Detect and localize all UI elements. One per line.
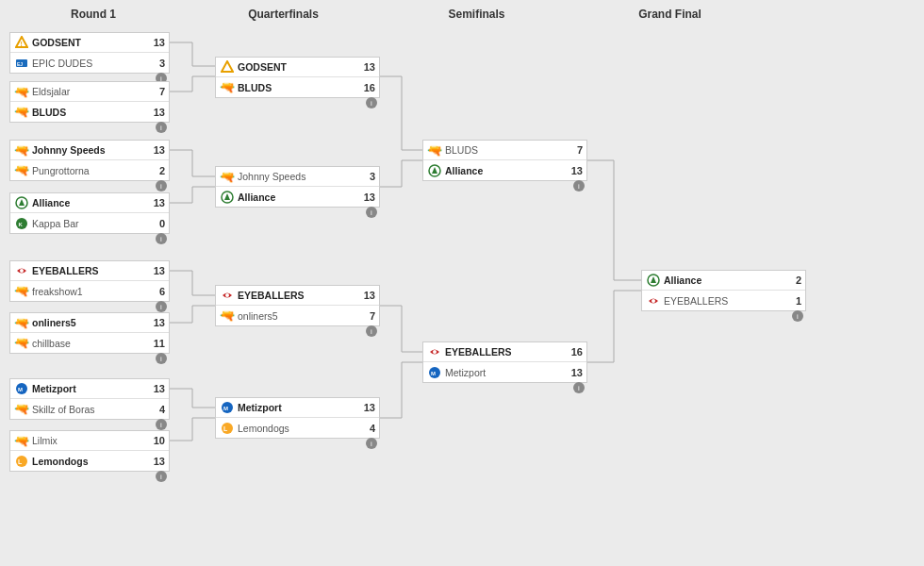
team-name: EYEBALLERS (445, 346, 571, 358)
team-score: 13 (364, 191, 375, 203)
logo-cs4: 🔫 (14, 284, 29, 299)
team-score: 2 (159, 165, 165, 176)
team-name: EYEBALLERS (238, 290, 364, 301)
team-score: 3 (159, 58, 165, 69)
info-icon[interactable]: i (573, 180, 585, 191)
logo-cs9: 🔫 (220, 169, 235, 184)
team-score: 13 (154, 107, 165, 118)
info-icon[interactable]: i (156, 471, 167, 482)
team-score: 13 (154, 383, 165, 394)
logo-lemondogs1: L (14, 454, 29, 469)
info-icon[interactable]: i (156, 301, 167, 312)
r1m4: Alliance 13 K Kappa Bar 0 i (9, 192, 170, 244)
logo-cs7: 🔫 (14, 402, 29, 417)
team-name: Lilmix (32, 435, 154, 446)
svg-marker-5 (19, 199, 25, 206)
gf-header: Grand Final (583, 8, 757, 21)
team-name: GODSENT (32, 37, 154, 48)
logo-bluds: 🔫 (14, 105, 29, 120)
team-name: BLUDS (238, 82, 364, 93)
svg-point-28 (652, 299, 655, 303)
team-name: Metizport (238, 402, 364, 413)
svg-point-23 (433, 350, 437, 354)
info-icon[interactable]: i (156, 419, 167, 430)
team-name: Kappa Bar (32, 218, 159, 229)
team-score: 4 (370, 423, 375, 434)
logo-cs3: 🔫 (14, 163, 29, 178)
svg-text:M: M (223, 406, 228, 411)
logo-cs1: 🔫 (14, 84, 29, 99)
r1m2: 🔫 Eldsjalar 7 🔫 BLUDS 13 i (9, 81, 170, 133)
team-name: EYEBALLERS (664, 295, 796, 307)
team-name: Eldsjalar (32, 86, 159, 97)
team-name: chillbase (32, 338, 154, 349)
team-name: Alliance (238, 191, 364, 203)
logo-alliance2 (220, 190, 235, 205)
info-icon[interactable]: i (792, 310, 803, 322)
team-score: 13 (154, 456, 165, 467)
info-icon[interactable]: i (366, 97, 377, 108)
logo-eyeballers3 (427, 344, 442, 359)
svg-point-16 (225, 293, 229, 297)
team-name: onliners5 (238, 310, 370, 322)
round1-header: Round 1 (9, 8, 177, 21)
gfm1: Alliance 2 EYEBALLERS 1 i (641, 270, 806, 322)
svg-marker-27 (651, 276, 656, 283)
logo-metizport1: M (14, 381, 29, 396)
team-score: 13 (364, 61, 375, 73)
team-score: 13 (364, 402, 375, 413)
team-name: freakshow1 (32, 286, 159, 297)
team-name: EPIC DUDES (32, 58, 159, 69)
team-name: Alliance (664, 275, 796, 286)
logo-metizport3: M (427, 365, 442, 380)
team-name: Alliance (445, 165, 571, 176)
logo-godsent2 (220, 59, 235, 75)
info-icon[interactable]: i (573, 382, 585, 393)
logo-godsent: ! (14, 35, 29, 50)
team-score: 16 (571, 346, 583, 358)
info-icon[interactable]: i (156, 233, 167, 244)
svg-text:M: M (18, 387, 23, 392)
team-score: 13 (154, 37, 165, 48)
team-score: 13 (571, 165, 583, 176)
team-score: 0 (159, 218, 165, 229)
logo-cs8: 🔫 (14, 433, 29, 448)
qfm2: 🔫 Johnny Speeds 3 Alliance 13 i (215, 166, 380, 218)
svg-marker-13 (222, 61, 233, 72)
team-name: Johnny Speeds (238, 171, 370, 182)
logo-alliance1 (14, 195, 29, 210)
svg-marker-22 (432, 167, 437, 174)
r1m5: EYEBALLERS 13 🔫 freakshow1 6 i (9, 260, 170, 312)
info-icon[interactable]: i (156, 180, 167, 191)
qfm1: GODSENT 13 🔫 BLUDS 16 i (215, 57, 380, 108)
logo-epic: EJ (14, 56, 29, 71)
info-icon[interactable]: i (156, 122, 167, 133)
info-icon[interactable]: i (366, 438, 377, 449)
qfm3: EYEBALLERS 13 🔫 onliners5 7 i (215, 285, 380, 337)
team-score: 13 (571, 367, 583, 378)
team-name: Pungrottorna (32, 165, 159, 176)
info-icon[interactable]: i (366, 325, 377, 337)
team-score: 1 (796, 295, 801, 307)
sfm2: EYEBALLERS 16 M Metizport 13 i (422, 341, 587, 393)
team-name: Metizport (445, 367, 571, 378)
logo-alliance3 (427, 163, 442, 178)
team-name: Lemondogs (238, 423, 370, 434)
team-name: onliners5 (32, 317, 154, 328)
team-name: Alliance (32, 197, 154, 208)
info-icon[interactable]: i (366, 207, 377, 218)
team-name: GODSENT (238, 61, 364, 73)
team-name: Johnny Speeds (32, 144, 154, 156)
info-icon[interactable]: i (156, 353, 167, 364)
svg-text:!: ! (21, 41, 23, 47)
svg-text:L: L (223, 425, 228, 432)
logo-metizport2: M (220, 400, 235, 415)
team-score: 7 (159, 86, 165, 97)
svg-text:L: L (18, 458, 23, 465)
team-name: EYEBALLERS (32, 265, 154, 276)
team-score: 7 (370, 310, 375, 322)
team-name: BLUDS (445, 144, 577, 156)
svg-text:EJ: EJ (17, 61, 23, 67)
team-score: 11 (154, 338, 165, 349)
team-score: 4 (159, 404, 165, 415)
